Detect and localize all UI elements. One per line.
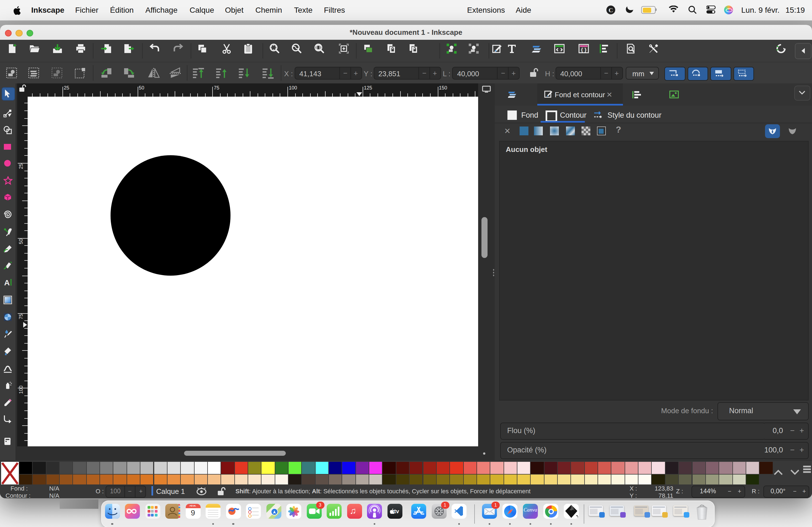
svg-text:A: A xyxy=(4,278,10,286)
svg-text:{ }: { } xyxy=(581,47,587,52)
svg-text:C: C xyxy=(609,6,613,14)
